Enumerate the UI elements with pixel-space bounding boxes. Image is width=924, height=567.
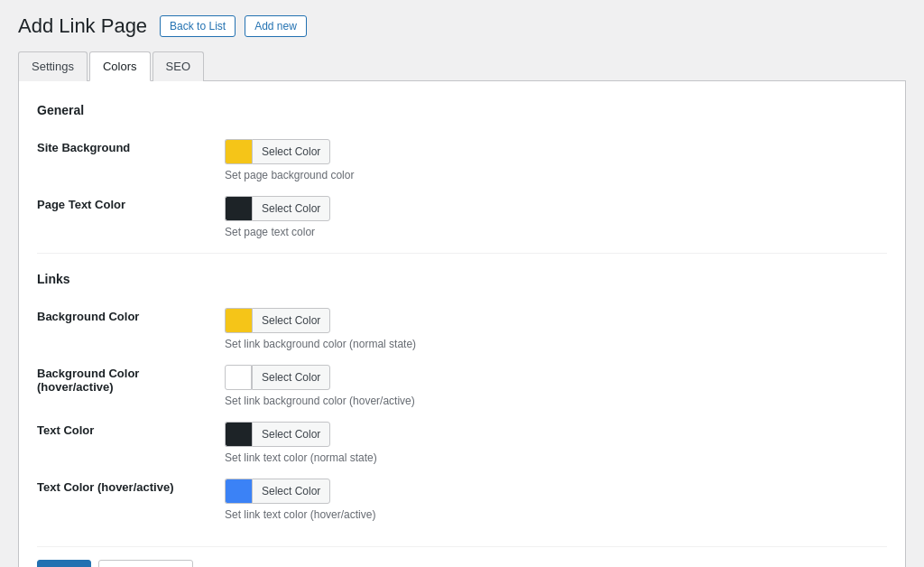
link-bg-hover-swatch — [225, 365, 252, 390]
page-text-color-picker-row: Select Color — [225, 196, 878, 221]
link-bg-hover-picker-row: Select Color — [225, 365, 878, 390]
table-row: Background Color Select Color Set link b… — [37, 301, 887, 358]
table-row: Background Color(hover/active) Select Co… — [37, 358, 887, 414]
link-text-color-picker-row: Select Color — [225, 422, 878, 447]
link-text-hover-select-btn[interactable]: Select Color — [252, 479, 330, 504]
tab-settings[interactable]: Settings — [18, 51, 88, 81]
add-new-button[interactable]: Add new — [245, 15, 307, 37]
link-text-hover-picker-row: Select Color — [225, 479, 878, 504]
link-text-hover-hint: Set link text color (hover/active) — [225, 508, 878, 521]
page-wrapper: Add Link Page Back to List Add new Setti… — [0, 0, 924, 567]
content-panel: General Site Background Select Color Set… — [18, 81, 906, 567]
link-bg-color-swatch — [225, 308, 252, 333]
link-bg-color-picker-row: Select Color — [225, 308, 878, 333]
page-text-color-select-btn[interactable]: Select Color — [252, 196, 330, 221]
link-bg-hover-select-btn[interactable]: Select Color — [252, 365, 330, 390]
link-bg-color-label: Background Color — [37, 301, 217, 358]
tabs-bar: Settings Colors SEO — [18, 51, 906, 81]
table-row: Site Background Select Color Set page ba… — [37, 132, 887, 189]
link-text-color-hint: Set link text color (normal state) — [225, 451, 878, 464]
link-text-color-control: Select Color Set link text color (normal… — [217, 414, 887, 471]
page-text-color-hint: Set page text color — [225, 226, 878, 238]
page-header: Add Link Page Back to List Add new — [18, 14, 906, 38]
link-bg-hover-hint: Set link background color (hover/active) — [225, 395, 878, 407]
link-bg-color-hint: Set link background color (normal state) — [225, 338, 878, 350]
tab-seo[interactable]: SEO — [152, 51, 204, 81]
back-to-list-button[interactable]: Back to List — [160, 15, 236, 37]
table-row: Page Text Color Select Color Set page te… — [37, 189, 887, 246]
site-background-picker-row: Select Color — [225, 139, 878, 164]
table-row: Text Color (hover/active) Select Color S… — [37, 471, 887, 528]
page-text-color-label: Page Text Color — [37, 189, 217, 246]
links-settings-table: Background Color Select Color Set link b… — [37, 301, 887, 528]
links-section-title: Links — [37, 268, 887, 286]
page-text-color-swatch — [225, 196, 252, 221]
link-text-hover-control: Select Color Set link text color (hover/… — [217, 471, 887, 528]
link-text-hover-label: Text Color (hover/active) — [37, 471, 217, 528]
save-button[interactable]: Save — [37, 560, 91, 567]
site-background-hint: Set page background color — [225, 169, 878, 181]
site-background-label: Site Background — [37, 132, 217, 189]
link-bg-color-select-btn[interactable]: Select Color — [252, 308, 330, 333]
general-settings-table: Site Background Select Color Set page ba… — [37, 132, 887, 246]
site-background-swatch — [225, 139, 252, 164]
table-row: Text Color Select Color Set link text co… — [37, 414, 887, 471]
link-bg-hover-control: Select Color Set link background color (… — [217, 358, 887, 414]
link-bg-color-control: Select Color Set link background color (… — [217, 301, 887, 358]
reset-colors-button[interactable]: Reset Colors — [98, 560, 193, 567]
site-background-select-btn[interactable]: Select Color — [252, 139, 330, 164]
link-text-hover-swatch — [225, 479, 252, 504]
link-text-color-swatch — [225, 422, 252, 447]
page-title: Add Link Page — [18, 14, 147, 38]
link-text-color-label: Text Color — [37, 414, 217, 471]
section-divider — [37, 253, 887, 254]
link-text-color-select-btn[interactable]: Select Color — [252, 422, 330, 447]
tab-colors[interactable]: Colors — [89, 51, 151, 81]
site-background-control: Select Color Set page background color — [217, 132, 887, 189]
general-section-title: General — [37, 99, 887, 117]
footer-actions: Save Reset Colors — [37, 546, 887, 567]
link-bg-hover-label: Background Color(hover/active) — [37, 358, 217, 414]
page-text-color-control: Select Color Set page text color — [217, 189, 887, 246]
